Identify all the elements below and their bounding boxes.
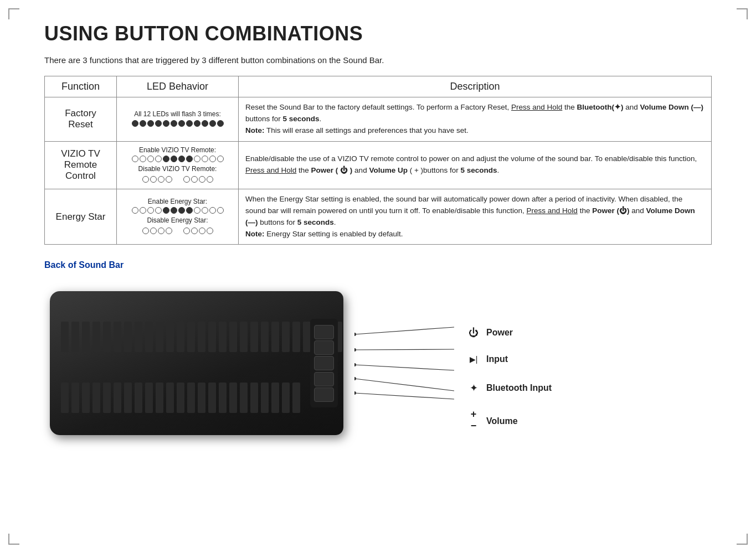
dot — [132, 120, 138, 127]
dot — [171, 120, 177, 127]
back-section-content: ⏻ Power ▶| Input ✦ Bluetooth Input + − V… — [44, 280, 712, 446]
corner-mark-br — [737, 534, 748, 545]
dot — [163, 156, 169, 162]
grille-bar — [229, 322, 237, 352]
led-dots-disable-right — [183, 176, 213, 183]
sb-button-vol-down — [314, 387, 334, 402]
dot — [132, 156, 138, 162]
function-vizio-tv: VIZIO TVRemoteControl — [45, 141, 117, 189]
table-row-energy-star: Energy Star Enable Energy Star: — [45, 189, 712, 245]
grille-bar — [114, 322, 121, 352]
grille-bar — [124, 322, 132, 352]
svg-point-7 — [354, 363, 356, 366]
svg-point-5 — [354, 333, 356, 336]
vol-minus-icon: − — [471, 420, 477, 432]
volume-label: Volume — [486, 416, 518, 426]
grille-bar — [250, 322, 258, 352]
dot — [202, 207, 208, 214]
desc-factory-reset: Reset the Sound Bar to the factory defau… — [239, 97, 712, 142]
grille-bar — [282, 383, 290, 413]
grille-bar — [198, 383, 205, 413]
sb-button-vol-up — [314, 372, 334, 386]
dot — [209, 207, 216, 214]
press-hold-link-2: Press and Hold — [245, 166, 296, 174]
led-dots-disable-es-right — [183, 228, 213, 234]
grille-bar — [219, 322, 227, 352]
grille-bar — [145, 322, 153, 352]
led-label-top: All 12 LEDs will flash 3 times: — [124, 110, 232, 118]
input-label: Input — [486, 354, 508, 364]
function-factory-reset: FactoryReset — [45, 97, 117, 142]
dot — [142, 228, 149, 234]
led-dots-factory-reset — [124, 120, 232, 127]
dot — [199, 228, 205, 234]
label-row-power: ⏻ Power — [465, 322, 552, 343]
grille-bar — [187, 322, 195, 352]
dot — [199, 176, 205, 183]
svg-line-3 — [354, 379, 454, 391]
dot — [207, 228, 213, 234]
table-row-vizio-tv: VIZIO TVRemoteControl Enable VIZIO TV Re… — [45, 141, 712, 189]
labels-area: ⏻ Power ▶| Input ✦ Bluetooth Input + − V… — [465, 289, 552, 437]
dot — [166, 228, 172, 234]
led-label-disable-es: Disable Energy Star: — [124, 216, 232, 224]
grille-bar — [219, 383, 227, 413]
col-header-description: Description — [239, 76, 712, 97]
button-combinations-table: Function LED Behavior Description Factor… — [44, 76, 712, 245]
page-title: USING BUTTON COMBINATIONS — [44, 22, 712, 45]
dot — [186, 207, 193, 214]
svg-point-9 — [354, 391, 356, 395]
dot — [194, 156, 200, 162]
dot — [202, 120, 208, 127]
dot — [166, 176, 172, 183]
dot — [194, 120, 200, 127]
dot — [217, 207, 224, 214]
grille-bar — [250, 383, 258, 413]
grille-bar — [124, 383, 132, 413]
back-section-title: Back of Sound Bar — [44, 260, 712, 270]
grille-bar — [145, 383, 153, 413]
dot — [140, 207, 146, 214]
sb-button-bluetooth — [314, 356, 334, 370]
dot — [183, 176, 190, 183]
dot — [178, 207, 185, 214]
dot — [150, 176, 157, 183]
svg-point-8 — [354, 377, 356, 380]
grille-bar — [71, 322, 79, 352]
buttons-panel — [310, 319, 338, 407]
dot — [191, 228, 198, 234]
led-dots-disable-es-left — [142, 228, 172, 234]
dot — [140, 120, 146, 127]
svg-line-4 — [354, 393, 454, 399]
dot — [150, 228, 157, 234]
grille-bar — [187, 383, 195, 413]
led-label-disable: Disable VIZIO TV Remote: — [124, 165, 232, 173]
dot — [158, 176, 164, 183]
connector-lines — [354, 280, 465, 446]
dot — [147, 156, 154, 162]
grille-bar — [71, 383, 79, 413]
grille-bar — [282, 322, 290, 352]
dot — [186, 156, 193, 162]
grille-bar — [261, 383, 269, 413]
desc-vizio-tv: Enable/disable the use of a VIZIO TV rem… — [239, 141, 712, 189]
grille-bar — [92, 383, 100, 413]
dot — [209, 156, 216, 162]
led-factory-reset: All 12 LEDs will flash 3 times: — [117, 97, 239, 142]
led-dots-disable-left — [142, 176, 172, 183]
grille-bar — [103, 322, 111, 352]
svg-line-2 — [354, 365, 454, 370]
desc-energy-star: When the Energy Star setting is enabled,… — [239, 189, 712, 245]
grille-bar — [92, 322, 100, 352]
col-header-function: Function — [45, 76, 117, 97]
corner-mark-tl — [8, 8, 19, 19]
grille-bar — [292, 383, 300, 413]
dot — [217, 120, 224, 127]
led-dots-enable-es — [124, 207, 232, 214]
grille-bar — [166, 322, 174, 352]
dot — [202, 156, 208, 162]
bluetooth-icon: ✦ — [465, 382, 482, 394]
label-row-volume: + − Volume — [465, 409, 552, 432]
grille-bar — [271, 322, 279, 352]
led-energy-star: Enable Energy Star: Disable Energy Star: — [117, 189, 239, 245]
